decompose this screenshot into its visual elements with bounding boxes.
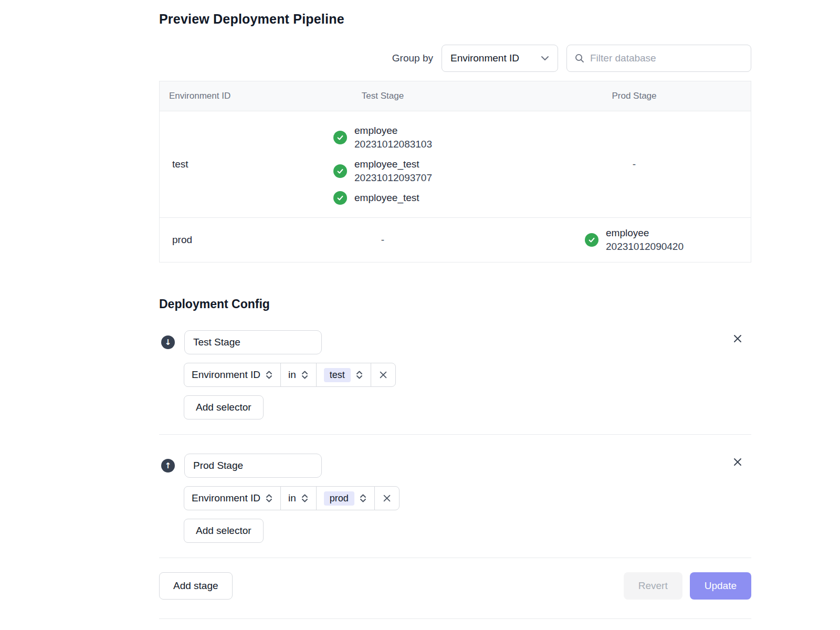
search-icon bbox=[574, 53, 585, 64]
remove-selector-button[interactable] bbox=[371, 363, 396, 387]
selector-value-dropdown[interactable]: prod bbox=[316, 486, 375, 510]
table-row-prod: prod - employee 20231012090420 bbox=[160, 217, 751, 262]
selector-operator-dropdown[interactable]: in bbox=[280, 486, 317, 510]
stage-name-input[interactable] bbox=[184, 454, 322, 478]
group-by-value: Environment ID bbox=[450, 52, 519, 64]
deployment-name: employee bbox=[354, 124, 432, 138]
stage-name-input[interactable] bbox=[184, 330, 322, 354]
environment-id-cell: prod bbox=[160, 234, 249, 246]
deployment-item: employee_test 20231012093707 bbox=[333, 158, 432, 185]
pipeline-toolbar: Group by Environment ID bbox=[159, 45, 751, 72]
close-icon bbox=[732, 457, 743, 467]
deployment-version: 20231012093707 bbox=[354, 171, 432, 185]
check-circle-icon bbox=[333, 131, 347, 144]
remove-stage-button[interactable] bbox=[730, 455, 745, 469]
arrow-down-circle-icon: ↓ bbox=[161, 335, 175, 349]
chevron-down-icon bbox=[541, 56, 549, 61]
deployment-list: employee 20231012083103 employee_test 20… bbox=[333, 124, 432, 205]
stage-header: ↓ bbox=[159, 330, 751, 354]
add-selector-button[interactable]: Add selector bbox=[184, 395, 264, 419]
group-by-select[interactable]: Environment ID bbox=[442, 45, 558, 72]
selector-value-dropdown[interactable]: test bbox=[316, 363, 371, 387]
selector-operator-dropdown[interactable]: in bbox=[280, 363, 317, 387]
selector-key-label: Environment ID bbox=[192, 369, 260, 381]
selector-key-label: Environment ID bbox=[192, 492, 260, 504]
deployment-text: employee_test 20231012093707 bbox=[354, 158, 432, 185]
deployment-name: employee_test bbox=[354, 158, 432, 171]
deployment-version: 20231012090420 bbox=[606, 240, 684, 254]
add-selector-button[interactable]: Add selector bbox=[184, 519, 264, 543]
deployment-name: employee_test bbox=[354, 191, 419, 205]
selector-key-dropdown[interactable]: Environment ID bbox=[184, 363, 281, 387]
prod-stage-cell: employee 20231012090420 bbox=[517, 226, 752, 254]
selector-row: Environment ID in prod bbox=[184, 486, 751, 510]
test-stage-empty: - bbox=[249, 234, 517, 246]
column-test-stage: Test Stage bbox=[249, 91, 517, 101]
test-stage-cell: employee 20231012083103 employee_test 20… bbox=[249, 124, 517, 205]
deployment-config-title: Deployment Config bbox=[159, 297, 751, 311]
arrow-up-circle-icon: ↑ bbox=[161, 459, 175, 472]
deployment-item: employee 20231012083103 bbox=[333, 124, 432, 151]
chevrons-up-down-icon bbox=[359, 493, 367, 503]
bottom-divider bbox=[159, 618, 751, 619]
deployment-item: employee_test bbox=[333, 191, 419, 205]
check-circle-icon bbox=[585, 233, 598, 247]
table-row-test: test employee 20231012083103 bbox=[160, 111, 751, 217]
column-prod-stage: Prod Stage bbox=[517, 91, 752, 101]
stage-header: ↑ bbox=[159, 454, 751, 478]
selector-row: Environment ID in test bbox=[184, 363, 751, 387]
close-icon bbox=[382, 494, 392, 503]
deployment-name: employee bbox=[606, 226, 684, 240]
check-circle-icon bbox=[333, 164, 347, 178]
page: Preview Deployment Pipeline Group by Env… bbox=[159, 0, 751, 619]
footer-actions: Revert Update bbox=[624, 572, 751, 600]
close-icon bbox=[379, 370, 388, 380]
pipeline-table-header: Environment ID Test Stage Prod Stage bbox=[160, 81, 751, 111]
chevrons-up-down-icon bbox=[301, 370, 309, 380]
chevrons-up-down-icon bbox=[301, 493, 309, 503]
stage-prod: ↑ Environment ID in prod Add selector bbox=[159, 454, 751, 543]
divider bbox=[159, 434, 751, 435]
deployment-text: employee_test bbox=[354, 191, 419, 205]
prod-stage-empty: - bbox=[517, 159, 752, 170]
column-environment-id: Environment ID bbox=[160, 91, 249, 101]
close-icon bbox=[732, 333, 743, 344]
filter-database-search[interactable] bbox=[566, 45, 751, 72]
page-title: Preview Deployment Pipeline bbox=[159, 12, 751, 27]
add-stage-button[interactable]: Add stage bbox=[159, 572, 233, 600]
environment-id-cell: test bbox=[160, 159, 249, 170]
chevrons-up-down-icon bbox=[265, 493, 273, 503]
selector-value-badge: prod bbox=[324, 491, 354, 506]
chevrons-up-down-icon bbox=[355, 370, 363, 380]
divider bbox=[159, 558, 751, 558]
selector-operator-label: in bbox=[288, 369, 296, 381]
update-button[interactable]: Update bbox=[690, 572, 751, 600]
selector-key-dropdown[interactable]: Environment ID bbox=[184, 486, 281, 510]
remove-stage-button[interactable] bbox=[730, 331, 745, 346]
deployment-text: employee 20231012090420 bbox=[606, 226, 684, 254]
check-circle-icon bbox=[333, 191, 347, 205]
deployment-version: 20231012083103 bbox=[354, 138, 432, 151]
filter-database-input[interactable] bbox=[590, 52, 743, 64]
selector-operator-label: in bbox=[288, 492, 296, 504]
remove-selector-button[interactable] bbox=[374, 486, 400, 510]
config-footer: Add stage Revert Update bbox=[159, 572, 751, 600]
chevrons-up-down-icon bbox=[265, 370, 273, 380]
pipeline-table: Environment ID Test Stage Prod Stage tes… bbox=[159, 81, 751, 262]
revert-button[interactable]: Revert bbox=[624, 572, 682, 600]
group-by-label: Group by bbox=[392, 52, 433, 64]
stage-test: ↓ Environment ID in test Add selector bbox=[159, 330, 751, 419]
deployment-text: employee 20231012083103 bbox=[354, 124, 432, 151]
selector-value-badge: test bbox=[324, 368, 351, 382]
deployment-item: employee 20231012090420 bbox=[585, 226, 684, 254]
